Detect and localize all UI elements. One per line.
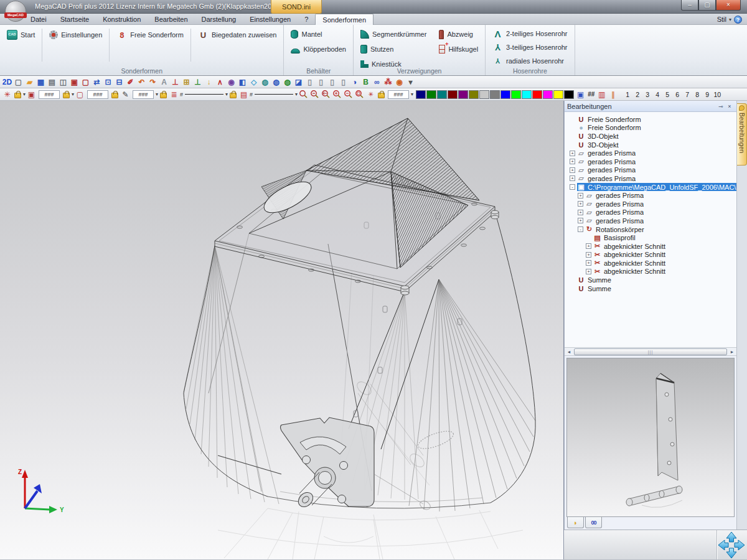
zoom-increase-icon[interactable] [332, 89, 342, 100]
3d-viewport[interactable]: Z Y [0, 101, 564, 559]
binoculars-icon[interactable]: ∞ [372, 77, 382, 88]
pen-number-2[interactable]: 2 [632, 91, 642, 98]
color-bars-icon[interactable]: ∥ [608, 89, 618, 100]
zoom-decrease-icon[interactable] [343, 89, 354, 100]
close-button[interactable]: × [716, 0, 741, 11]
percent-tool-icon[interactable]: ⁂ [383, 77, 393, 88]
render-globe-3-icon[interactable]: ◍ [282, 77, 293, 88]
menu-item-einstellungen[interactable]: Einstellungen [243, 14, 298, 24]
bin-2-icon[interactable]: ▯ [316, 77, 326, 88]
bin-1-icon[interactable]: ▯ [304, 77, 315, 88]
pen-number-5[interactable]: 5 [662, 91, 672, 98]
tree-item[interactable]: +▱gerades Prisma [565, 174, 736, 183]
new-document-icon[interactable]: ▢ [13, 77, 24, 88]
color-swatch[interactable] [500, 90, 510, 99]
open-folder-icon[interactable]: ▰ [24, 77, 35, 88]
linetype-icon[interactable]: ≣ [169, 89, 179, 100]
hilfskugel-button[interactable]: Hilfskugel [436, 42, 481, 56]
tree-item[interactable]: USumme [565, 276, 736, 284]
bin-4-icon[interactable]: ▯ [338, 77, 349, 88]
color-swatch[interactable] [490, 90, 500, 99]
start-button[interactable]: CADStart [4, 27, 38, 42]
kloepperboden-button[interactable]: Klöpperboden [288, 42, 349, 56]
menu-item-bearbeiten[interactable]: Bearbeiten [148, 14, 194, 24]
menu-item-datei[interactable]: Datei [24, 14, 54, 24]
layer-field[interactable]: ### [39, 90, 60, 99]
screen-layout-icon[interactable]: ⊟ [114, 77, 125, 88]
tree-item[interactable]: +▱gerades Prisma [565, 166, 736, 175]
linetype-lock-icon[interactable] [160, 93, 167, 98]
tree-expander[interactable]: + [586, 269, 591, 274]
linetype-caret-icon[interactable]: ▾ [225, 91, 228, 97]
pen-caret-icon[interactable]: ▾ [156, 91, 158, 97]
freie-sonderform-button[interactable]: 8Freie Sonderform [113, 27, 187, 42]
tab-sonderformen[interactable]: Sonderformen [315, 14, 374, 25]
color-swatch[interactable] [469, 90, 479, 99]
tree-item[interactable]: ●Freie Sonderform [565, 124, 736, 133]
tree-item[interactable]: UFreie Sonderform [565, 115, 736, 124]
pen-number-10[interactable]: 10 [712, 91, 722, 98]
tree-item[interactable]: +▱gerades Prisma [565, 191, 736, 200]
zoom-window-icon[interactable] [354, 89, 365, 100]
b-tool-icon[interactable]: B [360, 77, 371, 88]
color-swatch[interactable] [522, 90, 532, 99]
tree-item[interactable]: +▱gerades Prisma [565, 157, 736, 166]
linetype-preview[interactable] [185, 91, 223, 98]
color-swatch[interactable] [543, 90, 553, 99]
tree-expander[interactable]: + [578, 201, 583, 207]
undo-icon[interactable]: ↶ [136, 77, 147, 88]
tree-item[interactable]: +✂abgeknickter Schnitt [565, 242, 736, 251]
tree-expander[interactable]: + [570, 159, 575, 164]
tree-hscrollbar[interactable]: ◄ ||| ► [565, 347, 736, 356]
tree-expander[interactable]: + [586, 243, 591, 249]
tab-pairs[interactable]: 00 [585, 517, 602, 528]
color-swatch[interactable] [416, 90, 426, 99]
redline-pen-icon[interactable]: ✐ [125, 77, 136, 88]
side-tab-bearbeitungen[interactable]: Bearbeitungen [737, 103, 747, 166]
tree-expander[interactable]: + [578, 218, 583, 223]
minimize-button[interactable]: – [681, 0, 698, 11]
tree-item[interactable]: ▤Basisprofil [565, 233, 736, 242]
zoom-previous-icon[interactable] [321, 89, 331, 100]
menu-item-darstellung[interactable]: Darstellung [195, 14, 243, 24]
color-rows-icon[interactable]: ▥ [596, 89, 607, 100]
tree-item[interactable]: U3D-Objekt [565, 141, 736, 149]
stutzen-button[interactable]: Stutzen [357, 42, 430, 56]
screen-capture-icon[interactable]: ⊡ [103, 77, 113, 88]
menu-item-konstruktion[interactable]: Konstruktion [96, 14, 148, 24]
zoom-in-icon[interactable] [309, 89, 320, 100]
color-swatch[interactable] [564, 90, 574, 99]
group-field[interactable]: ### [87, 90, 108, 99]
tree-expander[interactable]: + [578, 193, 583, 198]
biegedaten-zuweisen-button[interactable]: UBiegedaten zuweisen [195, 27, 280, 42]
pen-number-4[interactable]: 4 [652, 91, 662, 98]
tree-expander[interactable]: + [586, 252, 591, 258]
tree-item[interactable]: USumme [565, 284, 736, 293]
color-swatch[interactable] [426, 90, 436, 99]
render-globe-2-icon[interactable]: ◍ [271, 77, 281, 88]
color-swatch[interactable] [511, 90, 521, 99]
solid-cube-icon[interactable]: ◧ [237, 77, 248, 88]
two-tone-sphere-icon[interactable]: ◑ [349, 77, 360, 88]
hosenrohr-2-button[interactable]: Λ2-teiliges Hosenrohr [489, 27, 570, 40]
scroll-right-icon[interactable]: ► [728, 350, 736, 354]
bin-3-icon[interactable]: ▯ [327, 77, 337, 88]
shaded-sphere-icon[interactable]: ◉ [226, 77, 237, 88]
group-page-icon[interactable]: ▢ [75, 89, 85, 100]
pan-navigation-widget[interactable] [717, 531, 746, 560]
tree-expander[interactable]: - [578, 226, 583, 232]
color-swatch[interactable] [437, 90, 447, 99]
hosenrohr-3-button[interactable]: Y3-teiliges Hosenrohr [489, 41, 570, 54]
tab-edit-list[interactable]: ◗ [567, 517, 584, 528]
wire-cube-icon[interactable]: ◇ [248, 77, 259, 88]
pen-number-3[interactable]: 3 [642, 91, 652, 98]
segmentkruemmer-button[interactable]: Segmentkrümmer [357, 27, 430, 41]
style-menu[interactable]: Stil [717, 16, 726, 23]
tree-expander[interactable]: + [570, 151, 575, 156]
page-edit-icon[interactable]: ▢ [80, 77, 91, 88]
pen-number-7[interactable]: 7 [682, 91, 692, 98]
mantel-button[interactable]: Mantel [288, 27, 349, 41]
doc-sync-icon[interactable]: ⇄ [92, 77, 102, 88]
pen-field[interactable]: ### [133, 90, 154, 99]
tree-item[interactable]: +▱gerades Prisma [565, 200, 736, 208]
